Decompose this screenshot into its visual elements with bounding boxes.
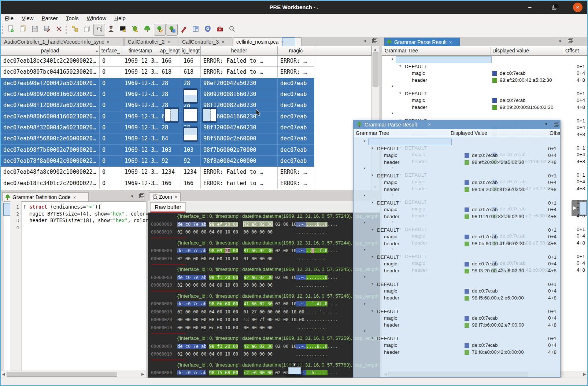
- tree-node-collapsed[interactable]: ▾: [382, 84, 588, 91]
- tree-node-default[interactable]: ▾DEFAULT0+1: [354, 200, 560, 207]
- hex-row[interactable]: 0000001002 00 00 00 04 00 10 00 00 00 00…: [148, 350, 380, 359]
- tab-AudioController_1_handleVocoderInfo_sync[interactable]: AudioController_1_handleVocoderInfo_sync…: [1, 37, 124, 46]
- hex-byte-run[interactable]: 02 00 00 00 04 00 10 00 00 00 00 00: [177, 229, 273, 235]
- hex-byte-run[interactable]: 02 00 00 00 04 00 10 00 0f 27 00 00 06 0…: [177, 309, 304, 315]
- tab-close-icon[interactable]: ×: [425, 122, 431, 127]
- tree-node-collapsed[interactable]: ▾: [354, 301, 560, 308]
- tree-node-collapsed[interactable]: ▾: [354, 220, 560, 227]
- parse-tree-button[interactable]: [142, 24, 153, 35]
- ascii-run[interactable]: ..f.0: [314, 248, 328, 253]
- tree-node-header[interactable]: header98:0b:60:00:41:66:02:304+8: [354, 240, 560, 247]
- tree-node-magic[interactable]: magicde:c0:7e:ab0+4: [354, 342, 560, 349]
- tree-node-collapsed[interactable]: ▾: [354, 139, 560, 146]
- chevron-down-icon[interactable]: ▾: [371, 282, 373, 286]
- chevron-down-icon[interactable]: ▾: [371, 309, 373, 313]
- hex-byte-run[interactable]: 02 00 00 00 04 00 10 00 00 00 00 00: [177, 283, 273, 288]
- tree-node-collapsed[interactable]: ▾: [382, 56, 588, 63]
- tree-node-default[interactable]: ▾DEFAULT0+1: [354, 254, 560, 261]
- code-line[interactable]: magic BYTES(size=(4), show="hex", color=: [23, 211, 148, 217]
- tab-grammar-parse-result[interactable]: Grammar Parse Result×: [384, 37, 460, 46]
- table-row[interactable]: dec07eab9807bc0441650230020…01969-12-3…6…: [1, 67, 314, 78]
- rerun-parser-button[interactable]: [166, 24, 178, 36]
- ascii-run[interactable]: [311, 248, 314, 253]
- column-header-magic[interactable]: magic: [278, 46, 314, 56]
- hex-byte-run[interactable]: [238, 344, 243, 349]
- hex-row[interactable]: 00000000de c0 7e ab 98 09 20 00 81 66 02…: [148, 247, 380, 255]
- hex-byte-run[interactable]: 98 0b 60 00: [209, 301, 238, 306]
- chevron-down-icon[interactable]: ▾: [392, 84, 393, 88]
- tab-close-icon[interactable]: ×: [164, 39, 170, 45]
- hex-row[interactable]: 00000000de c0 7e ab 98 f5 68 00 c2 e6 00…: [148, 369, 380, 377]
- menu-item-file[interactable]: File: [1, 14, 18, 21]
- tab-close-icon[interactable]: ×: [219, 39, 224, 45]
- tab-close-icon[interactable]: ×: [172, 194, 178, 200]
- column-header-payload[interactable]: payload▴: [1, 46, 100, 56]
- chevron-down-icon[interactable]: ▾: [364, 166, 366, 170]
- tree-node-collapsed[interactable]: ▾: [354, 166, 560, 173]
- tree-node-default[interactable]: ▾DEFAULT0+1: [354, 146, 560, 152]
- tab-zoom[interactable]: Zoom×: [149, 192, 181, 201]
- hex-byte-run[interactable]: [238, 248, 243, 253]
- close-button[interactable]: ×: [573, 3, 583, 12]
- ascii-run[interactable]: ....B..0: [306, 344, 328, 349]
- hex-byte-run[interactable]: [238, 370, 243, 375]
- tree-node-magic[interactable]: magicde:c0:7e:ab0+4: [354, 288, 560, 295]
- ascii-run[interactable]: ................: [296, 317, 338, 322]
- tree-node-header[interactable]: header98:f3:20:00:42:a6:02:304+8: [354, 268, 560, 275]
- column-header-ig_lengt[interactable]: ig_lengt: [181, 46, 201, 56]
- table-row[interactable]: dec07eab18fc3401c2c20000022…01969-12-3…1…: [1, 178, 314, 189]
- ascii-run[interactable]: ..h.....: [306, 370, 328, 375]
- tree-node-magic[interactable]: magicde:c0:7e:ab0+4: [354, 261, 560, 268]
- hex-byte-run[interactable]: de c0 7e ab: [177, 222, 206, 227]
- chevron-down-icon[interactable]: ▾: [399, 91, 401, 95]
- hex-row[interactable]: 0000001002 00 00 00 04 00 10 00 00 00 00…: [148, 282, 380, 290]
- table-row[interactable]: dec07eab98f7b60002e70000020…01969-12-3…1…: [1, 145, 314, 156]
- terminal-warning-button[interactable]: [118, 24, 129, 35]
- tab-float-icon[interactable]: [372, 39, 376, 44]
- ascii-run[interactable]: ....: [328, 275, 338, 280]
- tree-node-collapsed[interactable]: ▾: [354, 247, 560, 254]
- tab-CallController_3[interactable]: CallController_3×: [179, 37, 232, 46]
- dock-indicator-center[interactable]: [183, 107, 198, 123]
- chevron-down-icon[interactable]: ▾: [364, 221, 366, 224]
- tree-node-default[interactable]: ▾DEFAULT0+1: [354, 335, 560, 342]
- inspect-button[interactable]: [202, 24, 213, 35]
- ascii-run[interactable]: ............: [296, 325, 328, 330]
- menu-item-tools[interactable]: Tools: [62, 14, 83, 21]
- scroll-right-icon[interactable]: ▶: [141, 372, 144, 376]
- tree-node-magic[interactable]: magicde:c0:7e:ab0+4: [354, 152, 560, 159]
- tab-list-dropdown-icon[interactable]: ▾: [364, 39, 366, 44]
- ascii-run[interactable]: ..~.: [296, 222, 306, 227]
- col-displayed-value[interactable]: Displayed Value: [451, 130, 487, 136]
- tree-node-header[interactable]: header78:f8:a0:00:42:c0:00:004+8: [354, 349, 560, 356]
- chevron-down-icon[interactable]: ▾: [371, 146, 373, 150]
- tree-node-default[interactable]: ▾DEFAULT0+1: [382, 91, 588, 98]
- hex-byte-run[interactable]: 02 00 00 00 04 00 10 00 01 00 00 00: [177, 256, 273, 261]
- tree-node-collapsed[interactable]: ▾: [354, 193, 560, 200]
- column-header-ap_lengt[interactable]: ap_lengt: [159, 46, 181, 56]
- column-header-header[interactable]: header: [201, 46, 278, 56]
- ascii-run[interactable]: .......0: [306, 275, 328, 280]
- hex-row[interactable]: 00000000de c0 7e ab 98 f3 20 00 42 a6 02…: [148, 343, 380, 351]
- overview-marker[interactable]: [3, 203, 11, 216]
- tree-node-magic[interactable]: magicde:c0:7e:ab0+4: [354, 206, 560, 213]
- tools-button[interactable]: [53, 24, 64, 35]
- chevron-down-icon[interactable]: ▾: [371, 255, 373, 258]
- scrollbar-thumb[interactable]: [7, 372, 117, 377]
- floating-title-bar[interactable]: Grammar Parse Result×▾: [354, 120, 560, 129]
- ascii-run[interactable]: .........'......: [296, 309, 338, 315]
- tree-node-header[interactable]: header98:f1:20:00:82:a6:02:304+8: [354, 213, 560, 220]
- hex-byte-run[interactable]: 00 00 00 00 08 00 10 00 13 00 7f 00 0a 0…: [177, 317, 304, 322]
- hex-byte-run[interactable]: 98 ef 20 00: [209, 222, 238, 227]
- tree-node-header[interactable]: header98:09:20:00:81:66:02:304+8: [354, 186, 560, 193]
- tree-node-magic[interactable]: magicde:c0:7e:ab0+4: [382, 97, 588, 104]
- tree-node-default[interactable]: ▾DEFAULT0+1: [354, 173, 560, 180]
- ascii-run[interactable]: ............: [296, 283, 328, 288]
- hex-byte-run[interactable]: 81 66 02 30: [244, 248, 273, 253]
- ascii-run[interactable]: ............: [296, 229, 328, 235]
- hex-byte-run[interactable]: 02 00 00 00 04 00 10 00 00 00 00 00: [177, 352, 273, 357]
- ascii-run[interactable]: ............: [296, 352, 328, 357]
- tree-node-header[interactable]: header98:ef:20:00:42:a5:02:304+8: [354, 159, 560, 166]
- dock-indicator-bottom-edge[interactable]: ▼: [286, 362, 303, 377]
- marker-button[interactable]: [178, 24, 189, 35]
